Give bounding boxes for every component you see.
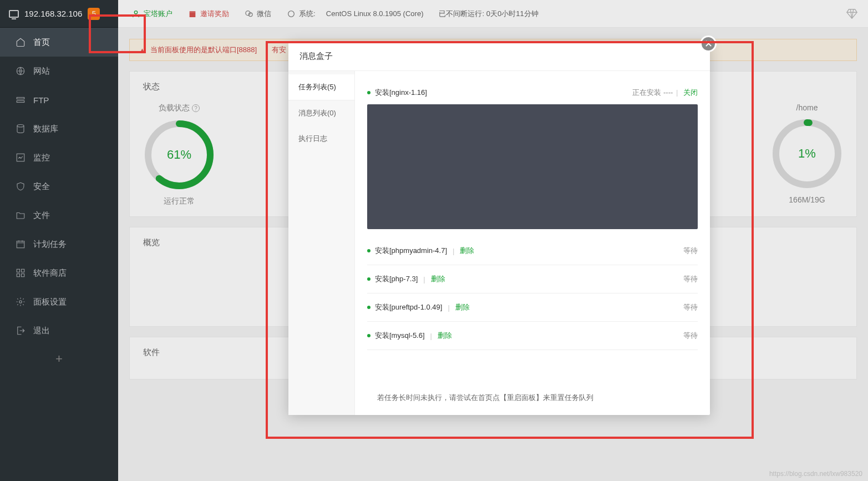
task-row: 安装[phpmyadmin-4.7] | 删除 等待 (367, 237, 698, 265)
task-name: 安装[pureftpd-1.0.49] (375, 302, 442, 312)
task-name: 安装[php-7.3] (375, 274, 418, 284)
delete-link[interactable]: 删除 (455, 302, 470, 312)
tab-messages[interactable]: 消息列表(0) (288, 100, 354, 126)
close-icon[interactable]: ✕ (700, 36, 717, 52)
modal-content: 安装[nginx-1.16] 正在安装 ---- | 关闭 安装[phpmyad… (355, 71, 710, 415)
status-dot-icon (367, 334, 370, 337)
status-dot-icon (367, 91, 370, 94)
task-name: 安装[nginx-1.16] (375, 88, 427, 98)
task-name: 安装[phpmyadmin-4.7] (375, 246, 447, 256)
delete-link[interactable]: 删除 (438, 331, 452, 341)
status-dot-icon (367, 277, 370, 281)
watermark: https://blog.csdn.net/lxw983520 (769, 470, 862, 478)
close-task-link[interactable]: 关闭 (683, 88, 698, 97)
tab-logs[interactable]: 执行日志 (288, 126, 354, 151)
footer-note: 若任务长时间未执行，请尝试在首页点【重启面板】来重置任务队列 (377, 387, 593, 405)
delete-link[interactable]: 删除 (431, 274, 445, 284)
modal-title: 消息盒子 (288, 42, 710, 71)
status-dot-icon (367, 249, 370, 252)
task-row: 安装[pureftpd-1.0.49] | 删除 等待 (367, 293, 698, 322)
tab-tasks[interactable]: 任务列表(5) (288, 74, 354, 100)
task-row: 安装[mysql-5.6] | 删除 等待 (367, 322, 698, 350)
task-name: 安装[mysql-5.6] (375, 331, 425, 341)
message-box-modal: ✕ 消息盒子 任务列表(5) 消息列表(0) 执行日志 安装[nginx-1.1… (288, 42, 710, 415)
terminal-output (367, 104, 698, 229)
delete-link[interactable]: 删除 (460, 246, 474, 256)
task-row: 安装[php-7.3] | 删除 等待 (367, 265, 698, 293)
status-dot-icon (367, 306, 370, 309)
current-task-row: 安装[nginx-1.16] 正在安装 ---- | 关闭 (367, 81, 698, 104)
modal-tabs: 任务列表(5) 消息列表(0) 执行日志 (288, 71, 355, 415)
